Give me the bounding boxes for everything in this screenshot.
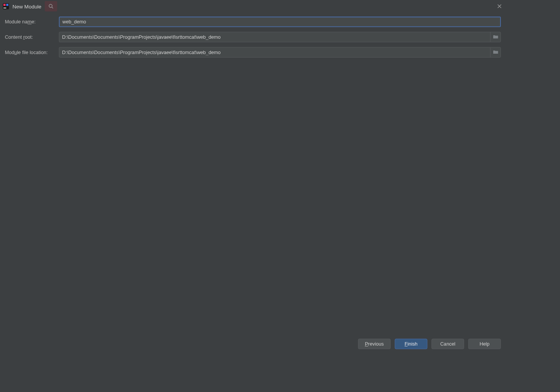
svg-rect-3 <box>3 8 6 8</box>
folder-icon <box>493 49 498 55</box>
module-file-location-input[interactable] <box>59 48 490 57</box>
button-bar: Previous Finish Cancel Help <box>0 334 505 354</box>
window-title: New Module <box>13 3 41 9</box>
content-root-label: Content root: <box>5 34 59 40</box>
close-icon[interactable] <box>496 3 503 10</box>
module-name-row: Module name: <box>5 16 501 27</box>
previous-button[interactable]: Previous <box>358 339 391 349</box>
module-name-input-wrap <box>59 16 501 27</box>
new-module-dialog: New Module Module name: Con <box>0 0 505 354</box>
svg-rect-2 <box>6 4 8 6</box>
module-file-location-input-wrap <box>59 47 501 58</box>
svg-line-5 <box>52 7 53 8</box>
module-name-input[interactable] <box>59 17 500 26</box>
titlebar: New Module <box>0 0 505 13</box>
finish-button[interactable]: Finish <box>395 339 428 349</box>
svg-rect-1 <box>3 4 5 6</box>
search-icon[interactable] <box>45 1 58 12</box>
content-root-input[interactable] <box>59 32 490 42</box>
svg-point-4 <box>49 4 52 7</box>
cancel-button[interactable]: Cancel <box>431 339 464 349</box>
module-file-location-row: Module file location: <box>5 47 501 58</box>
module-name-label: Module name: <box>5 19 59 25</box>
help-button[interactable]: Help <box>468 339 501 349</box>
folder-icon <box>493 34 498 40</box>
content-root-row: Content root: <box>5 32 501 42</box>
form-area: Module name: Content root: <box>0 13 505 335</box>
module-file-location-label: Module file location: <box>5 49 59 55</box>
intellij-icon <box>3 3 9 9</box>
content-root-input-wrap <box>59 32 501 42</box>
module-file-location-browse-button[interactable] <box>490 48 501 57</box>
content-root-browse-button[interactable] <box>490 32 501 42</box>
